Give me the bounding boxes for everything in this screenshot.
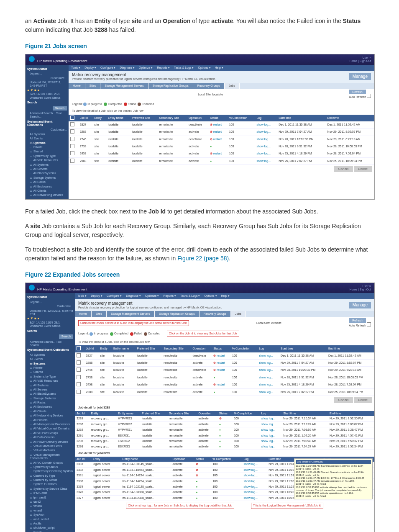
column-header[interactable]: % Completion — [211, 457, 242, 462]
show-log-link[interactable]: show log... — [256, 130, 270, 133]
sidebar-item[interactable]: ▭ Virtual Machine Hosts — [27, 444, 73, 448]
refresh-button[interactable]: Refresh — [349, 90, 366, 94]
column-header[interactable]: Log — [242, 457, 267, 462]
menu-item[interactable]: Reports ▾ — [163, 294, 176, 298]
row-checkbox[interactable] — [70, 122, 74, 126]
sidebar-item[interactable]: ▭ All Enclosures — [27, 185, 67, 189]
column-header[interactable]: Job Id — [78, 115, 93, 121]
menu-item[interactable]: Options ▾ — [204, 294, 217, 298]
column-header[interactable]: Secondary Site — [162, 345, 191, 352]
sidebar-item[interactable]: ▭ ipm card1 — [27, 496, 73, 500]
sidebar-item[interactable]: ▭ All Virtual Connect Domains — [27, 427, 73, 431]
show-log-link[interactable]: show log... — [244, 496, 258, 499]
tab-jobs[interactable]: Jobs — [225, 83, 240, 89]
sidebar-item[interactable]: ▭ All VC Domain Groups — [27, 461, 73, 465]
table-row[interactable]: 3290recovery gro..HYPVRG2localsiteremote… — [75, 421, 374, 427]
column-header[interactable]: Log — [255, 115, 277, 121]
show-log-link[interactable]: show log... — [261, 445, 275, 448]
cancel-button[interactable]: Cancel — [334, 166, 353, 172]
sidebar-item[interactable]: ▭ Systems by Service Class — [27, 487, 73, 491]
column-header[interactable]: Operation — [171, 457, 194, 462]
tab-home[interactable]: Home — [75, 311, 92, 317]
sidebar-item[interactable]: ▭ amd_scale1 — [27, 517, 73, 522]
menu-item[interactable]: Optimize ▾ — [145, 294, 159, 298]
show-log-link[interactable]: show log... — [244, 474, 258, 477]
tab-sites[interactable]: Sites — [92, 311, 107, 317]
sidebar-item[interactable]: ▭ Systems by Type — [27, 375, 73, 379]
show-log-link[interactable]: show log... — [259, 383, 273, 386]
sidebar-item[interactable]: ▭ Systems by Status — [27, 465, 73, 469]
jobs-table[interactable]: Job IdEntityEntity namePreferred SiteSec… — [69, 115, 374, 165]
subjobs-table[interactable]: Job IdEntityEntity namePreferred SiteSec… — [75, 411, 374, 450]
row-checkbox[interactable] — [70, 159, 74, 163]
show-log-link[interactable]: show log... — [261, 428, 275, 431]
show-log-link[interactable]: show log... — [244, 463, 258, 465]
jobs-table-2[interactable]: Job IdEntityEntity namePreferred SiteSec… — [75, 345, 374, 396]
sidebar-item[interactable]: ▭ All VSE Resources — [27, 379, 73, 383]
sidebar-item[interactable]: ▭ All Systems — [27, 163, 67, 167]
column-header[interactable]: Status — [217, 411, 232, 416]
tab-recovery-groups[interactable]: Recovery Groups — [193, 83, 225, 89]
column-header[interactable]: % Completion — [230, 345, 257, 352]
menu-item[interactable]: Reports ▾ — [157, 66, 169, 69]
menu-item[interactable]: Help ▾ — [221, 294, 230, 298]
show-log-link[interactable]: show log... — [259, 391, 273, 393]
sidebar-item[interactable]: ▭ System Functions — [27, 482, 73, 486]
menu-item[interactable]: Diagnose ▾ — [126, 294, 141, 298]
table-row[interactable]: 2738sitelocalsitelocalsiteremotesiteacti… — [75, 374, 374, 381]
tab-home[interactable]: Home — [69, 83, 85, 89]
show-log-link[interactable]: show log... — [244, 485, 258, 488]
sidebar-item[interactable]: ▭ All Management Processors — [27, 422, 73, 427]
sidebar-item[interactable]: ▭ shutdown_script — [27, 526, 73, 530]
table-row[interactable]: 2458sitelocalsitelocalsiteremotesiteacti… — [69, 150, 374, 157]
column-header[interactable]: % Completion — [232, 411, 260, 416]
sidebar-item[interactable]: ▭ All Racks — [27, 401, 73, 405]
column-header[interactable]: Log — [260, 411, 282, 416]
sidebar-item[interactable]: ▭ All Networking Devices — [27, 193, 67, 197]
user-links[interactable]: User »Home | Sign Out — [349, 56, 371, 63]
sidebar-item[interactable]: ▭ IPM Cards — [27, 491, 73, 495]
sidebar-item[interactable]: ▭ All BladeSystems — [27, 392, 73, 396]
column-header[interactable]: Start time — [277, 115, 325, 121]
show-log-link[interactable]: show log... — [261, 417, 275, 420]
figure-22-link[interactable]: Figure 22 (page 58) — [177, 255, 229, 262]
menu-item[interactable]: Tools ▾ — [77, 294, 87, 298]
row-checkbox[interactable] — [77, 382, 81, 386]
column-header[interactable]: Entity name — [121, 457, 171, 462]
menubar-2[interactable]: Tools ▾Deploy ▾Configure ▾Diagnose ▾Opti… — [75, 293, 374, 299]
column-header[interactable]: Preferred Site — [140, 411, 167, 416]
tab-sites[interactable]: Sites — [85, 83, 101, 89]
column-header[interactable]: Job Id — [84, 345, 98, 352]
show-log-link[interactable]: show log... — [259, 354, 273, 357]
column-header[interactable]: Entity — [89, 411, 116, 416]
sidebar-item[interactable]: ▭ card2 — [27, 500, 73, 504]
sidebar-item[interactable]: ▭ Systems by Operating System — [27, 469, 73, 473]
sidebar-item[interactable]: ▭ All Servers — [27, 167, 67, 171]
column-header[interactable]: Entity — [98, 345, 112, 352]
column-header[interactable]: Log — [257, 345, 279, 352]
menubar[interactable]: Tools ▾Deploy ▾Configure ▾Diagnose ▾Opti… — [69, 65, 374, 71]
sidebar-item[interactable]: ▭ All Networking Devices — [27, 414, 73, 418]
column-header[interactable]: Preferred Site — [130, 115, 157, 121]
sidebar-item[interactable]: ▭ All VSE Resources — [27, 158, 67, 162]
sidebar-all-systems[interactable]: All Systems — [27, 132, 67, 136]
show-log-link[interactable]: show log... — [244, 480, 258, 483]
row-checkbox[interactable] — [70, 137, 74, 141]
show-log-link[interactable]: show log... — [256, 152, 270, 155]
menu-item[interactable]: Optimize ▾ — [139, 66, 153, 69]
menu-item[interactable]: Options ▾ — [198, 66, 210, 69]
column-header[interactable]: Job Id — [75, 411, 89, 416]
sidebar-item[interactable]: ▭ All Servers — [27, 388, 73, 392]
column-header[interactable]: Preferred Site — [135, 345, 162, 352]
table-row[interactable]: 2458sitelocalsitelocalsiteremotesiteacti… — [75, 381, 374, 388]
row-checkbox[interactable] — [77, 353, 81, 357]
sidebar-item[interactable]: ▭ vman1 — [27, 504, 73, 508]
sidebar-legend[interactable]: Legend... — [27, 72, 67, 76]
row-checkbox[interactable] — [70, 144, 74, 148]
table-row[interactable]: 2388sitelocalsitelocalsiteremotesiteacti… — [69, 157, 374, 164]
column-header[interactable]: Start time — [281, 411, 328, 416]
column-header[interactable]: Entity — [91, 457, 121, 462]
table-row[interactable]: 2388sitelocalsitelocalsiteremotesiteacti… — [75, 388, 374, 396]
tab-storage-management-servers[interactable]: Storage Management Servers — [100, 83, 148, 89]
menu-item[interactable]: Tools ▾ — [71, 66, 80, 69]
